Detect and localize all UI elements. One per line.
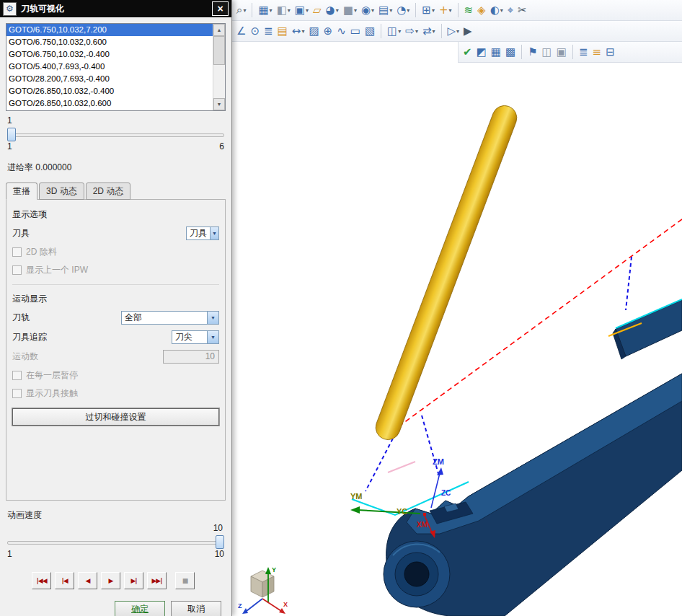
toolpath-combo[interactable]: 全部 ▼: [121, 311, 219, 325]
block-icon[interactable]: ■▾: [342, 4, 358, 17]
rectangle-icon[interactable]: ▭: [349, 25, 362, 38]
chevron-down-icon[interactable]: ▾: [398, 28, 401, 35]
pattern-geometry-icon[interactable]: ▦: [490, 45, 502, 59]
gouge-collision-settings-button[interactable]: 过切和碰撞设置: [12, 408, 219, 426]
scroll-down-icon[interactable]: ▼: [213, 98, 225, 110]
show-wcs-icon[interactable]: ◩: [475, 45, 488, 59]
sketch-icon[interactable]: ▦▾: [257, 4, 273, 17]
crosshatch-icon[interactable]: ▨: [307, 25, 320, 38]
tool-trace-combo[interactable]: 刀尖 ▼: [172, 330, 219, 344]
extrude-icon[interactable]: ▣▾: [293, 4, 310, 17]
goto-list-item[interactable]: GOTO/6.750,10.032,-0.400: [6, 48, 213, 61]
go-to-start-button[interactable]: |◀◀: [32, 572, 51, 589]
chevron-down-icon[interactable]: ▾: [415, 28, 418, 35]
chevron-down-icon[interactable]: ▾: [448, 7, 451, 14]
chevron-down-icon[interactable]: ▾: [270, 7, 273, 14]
goto-list-item[interactable]: GOTO/6.750,10.032,7.200: [6, 24, 213, 36]
chevron-down-icon[interactable]: ▾: [243, 7, 246, 14]
revolve-icon[interactable]: ◕▾: [324, 4, 340, 17]
scrollbar-track[interactable]: [213, 36, 225, 98]
chevron-down-icon[interactable]: ▾: [371, 7, 374, 14]
scroll-up-icon[interactable]: ▲: [213, 24, 225, 36]
edit-object-display-icon[interactable]: ◈: [476, 4, 487, 17]
window-split-icon[interactable]: ◫: [541, 45, 554, 59]
chevron-down-icon[interactable]: ▾: [301, 28, 304, 35]
goto-list-item[interactable]: GOTO/26.850,10.032,0.600: [6, 97, 213, 110]
play-forward-button[interactable]: ▶: [101, 572, 120, 589]
chevron-down-icon[interactable]: ▾: [389, 7, 392, 14]
add-component-icon[interactable]: ⊞▾: [420, 4, 436, 17]
unite-icon[interactable]: ◉▾: [360, 4, 376, 17]
goto-list-item[interactable]: GOTO/26.850,10.032,-0.400: [6, 85, 213, 97]
cancel-button[interactable]: 取消: [171, 601, 221, 616]
wave-link-icon[interactable]: ≋: [463, 4, 475, 17]
information-icon[interactable]: ▤: [276, 25, 289, 38]
graphics-window[interactable]: ZM ZC YM YC XM Y X: [232, 0, 682, 616]
goto-list-item[interactable]: GOTO/5.400,7.693,-0.400: [6, 61, 213, 73]
edge-blend-icon[interactable]: ◔▾: [395, 4, 411, 17]
chevron-down-icon[interactable]: ▾: [456, 28, 459, 35]
zoom-icon[interactable]: ⌕▾: [235, 4, 247, 17]
copy-feature-icon[interactable]: ▱: [311, 4, 323, 17]
chevron-down-icon[interactable]: ▾: [306, 7, 309, 14]
chevron-down-icon[interactable]: ▼: [207, 331, 218, 343]
speed-slider-track[interactable]: [7, 541, 224, 545]
target-point-icon[interactable]: ⊕: [322, 25, 335, 38]
chevron-down-icon[interactable]: ▾: [336, 7, 339, 14]
ok-button[interactable]: 确定: [115, 601, 165, 616]
goto-list-item[interactable]: GOTO/6.750,10.032,0.600: [6, 36, 213, 48]
tab-replay[interactable]: 重播: [6, 182, 37, 200]
chevron-down-icon[interactable]: ▼: [207, 312, 218, 324]
chevron-down-icon[interactable]: ▾: [500, 7, 503, 14]
chevron-down-icon[interactable]: ▾: [354, 7, 357, 14]
new-window-icon[interactable]: ◫▾: [386, 25, 402, 38]
play-backward-button[interactable]: ◀: [78, 572, 97, 589]
object-group-icon[interactable]: ▩: [504, 45, 517, 59]
speed-slider-handle[interactable]: [216, 535, 224, 549]
step-back-button[interactable]: |◀: [55, 572, 74, 589]
goto-list-item[interactable]: GOTO/28.200,7.693,-0.400: [6, 73, 213, 85]
speed-slider[interactable]: [7, 534, 224, 548]
tab-2d-dynamic[interactable]: 2D 动态: [86, 182, 131, 200]
progress-slider-track[interactable]: [7, 133, 224, 137]
progress-slider[interactable]: [7, 127, 224, 141]
move-component-icon[interactable]: +▾: [438, 4, 453, 17]
list-view-icon[interactable]: ≣: [577, 45, 590, 59]
cutting-tool-cylinder[interactable]: [376, 105, 517, 439]
raster-image-icon[interactable]: ▧: [363, 25, 376, 38]
viewport-3d[interactable]: ZM ZC YM YC XM Y X: [232, 0, 682, 616]
trim-body-icon[interactable]: ✂: [516, 4, 528, 17]
spline-icon[interactable]: ∿: [335, 25, 347, 38]
measure-distance-icon[interactable]: ↔▾: [291, 25, 306, 38]
tab-3d-dynamic[interactable]: 3D 动态: [39, 182, 84, 200]
motion-display-label: 运动显示: [12, 293, 219, 305]
show-hide-icon[interactable]: ◐▾: [489, 4, 505, 17]
chevron-down-icon[interactable]: ▾: [407, 7, 409, 14]
flag-icon[interactable]: ⚑: [526, 45, 539, 59]
progress-slider-handle[interactable]: [7, 128, 16, 141]
close-icon[interactable]: ×: [212, 1, 229, 16]
flow-run-icon[interactable]: ▷▾: [446, 25, 461, 38]
snap-angle-icon[interactable]: ∠: [235, 25, 247, 38]
tree-view-icon[interactable]: ⊟: [604, 45, 616, 59]
list-icon[interactable]: ≣: [262, 25, 275, 38]
go-to-end-button[interactable]: ▶▶|: [147, 572, 167, 589]
step-forward-button[interactable]: ▶|: [124, 572, 143, 589]
play-animation-icon[interactable]: ▶: [462, 25, 474, 38]
datum-csys-icon[interactable]: ⌖: [506, 4, 515, 17]
datum-plane-icon[interactable]: ◧▾: [275, 4, 292, 17]
snapshot-icon[interactable]: ▣: [555, 45, 568, 59]
flow-branch-icon[interactable]: ⇄▾: [421, 25, 437, 38]
chevron-down-icon[interactable]: ▾: [432, 28, 435, 35]
verify-icon[interactable]: ✔: [461, 45, 474, 59]
scrollbar-thumb[interactable]: [213, 36, 225, 65]
chevron-down-icon[interactable]: ▾: [432, 7, 435, 14]
point-on-curve-icon[interactable]: ⊙: [249, 25, 261, 38]
chevron-down-icon[interactable]: ▼: [210, 227, 218, 239]
flow-export-icon[interactable]: ⇨▾: [404, 25, 420, 38]
dialog-titlebar[interactable]: ⚙ 刀轨可视化 ×: [0, 0, 231, 17]
tool-combo[interactable]: 刀具 ▼: [186, 226, 219, 240]
pattern-feature-icon[interactable]: ▤▾: [377, 4, 394, 17]
detail-view-icon[interactable]: ≡: [591, 45, 603, 59]
chevron-down-icon[interactable]: ▾: [288, 7, 291, 14]
